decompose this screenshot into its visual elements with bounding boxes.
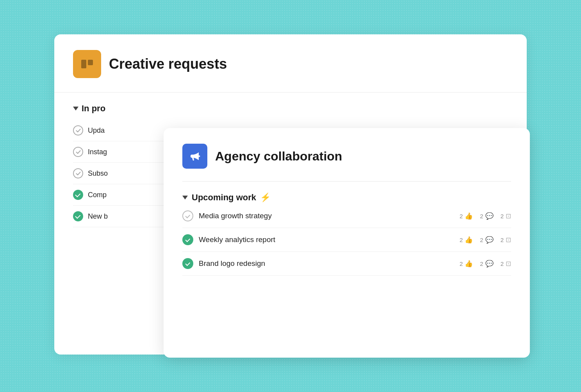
overlay-section-title: Upcoming work [192,192,256,203]
task-name: Subso [88,169,108,178]
board-title: Creative requests [109,56,227,72]
comment-icon: 💬 [485,260,494,268]
task-meta: 2 👍 2 💬 2 ⊡ [460,260,511,268]
task-name: Media growth strategy [199,212,454,220]
subtasks-count: 2 [501,237,504,243]
board-header: Creative requests [73,50,508,78]
main-card: Creative requests In pro Upda Instag [54,34,527,355]
comments-meta: 2 💬 [480,236,493,244]
comment-icon: 💬 [485,212,494,220]
comment-icon: 💬 [485,236,494,244]
subtasks-count: 2 [501,213,504,219]
subtask-icon: ⊡ [506,260,511,268]
chevron-down-icon[interactable] [73,107,78,110]
task-name: Upda [88,127,105,135]
comments-meta: 2 💬 [480,212,493,220]
board-icon [73,50,101,78]
task-check-completed-icon[interactable] [73,190,83,200]
task-check-icon[interactable] [73,147,83,157]
section-chevron-icon[interactable] [182,196,188,200]
task-name: Instag [88,148,107,156]
lightning-icon: ⚡ [260,192,271,203]
task-name: Comp [88,191,107,199]
section-header: In pro [73,103,508,114]
likes-meta: 2 👍 [460,212,473,220]
likes-meta: 2 👍 [460,260,473,268]
board-icon-svg [80,57,94,71]
likes-count: 2 [460,213,463,219]
likes-count: 2 [460,260,463,267]
task-meta: 2 👍 2 💬 2 ⊡ [460,212,511,220]
task-check-completed-icon[interactable] [182,234,193,245]
subtask-icon: ⊡ [506,236,511,244]
subtasks-meta: 2 ⊡ [501,260,511,268]
comments-count: 2 [480,260,483,267]
comments-meta: 2 💬 [480,260,493,268]
task-check-icon[interactable] [73,168,83,178]
list-item[interactable]: Media growth strategy 2 👍 2 💬 2 ⊡ [182,204,511,228]
megaphone-icon [188,149,202,163]
overlay-section-header: Upcoming work ⚡ [182,192,511,203]
task-meta: 2 👍 2 💬 2 ⊡ [460,236,511,244]
subtasks-meta: 2 ⊡ [501,212,511,220]
subtask-icon: ⊡ [506,212,511,220]
task-name: Weekly analytics report [199,235,454,244]
overlay-icon [182,144,207,169]
overlay-panel: Agency collaboration Upcoming work ⚡ Med… [164,128,530,358]
overlay-title: Agency collaboration [215,149,342,164]
task-check-outline-icon[interactable] [182,210,193,221]
task-check-icon[interactable] [73,125,83,135]
task-check-completed-icon[interactable] [73,211,83,221]
task-name: New b [88,212,108,221]
likes-meta: 2 👍 [460,236,473,244]
thumbs-up-icon: 👍 [465,260,473,268]
likes-count: 2 [460,237,463,243]
overlay-header: Agency collaboration [182,144,511,182]
svg-rect-1 [88,60,93,65]
comments-count: 2 [480,237,483,243]
svg-rect-0 [81,60,86,68]
overlay-section: Upcoming work ⚡ Media growth strategy 2 … [182,182,511,276]
comments-count: 2 [480,213,483,219]
subtasks-meta: 2 ⊡ [501,236,511,244]
subtasks-count: 2 [501,260,504,267]
section-title: In pro [82,103,105,114]
list-item[interactable]: Brand logo redesign 2 👍 2 💬 2 ⊡ [182,252,511,276]
list-item[interactable]: Weekly analytics report 2 👍 2 💬 2 ⊡ [182,228,511,252]
overlay-task-list: Media growth strategy 2 👍 2 💬 2 ⊡ [182,204,511,276]
thumbs-up-icon: 👍 [465,236,473,244]
task-name: Brand logo redesign [199,259,454,268]
thumbs-up-icon: 👍 [465,212,473,220]
task-check-completed-icon[interactable] [182,258,193,269]
